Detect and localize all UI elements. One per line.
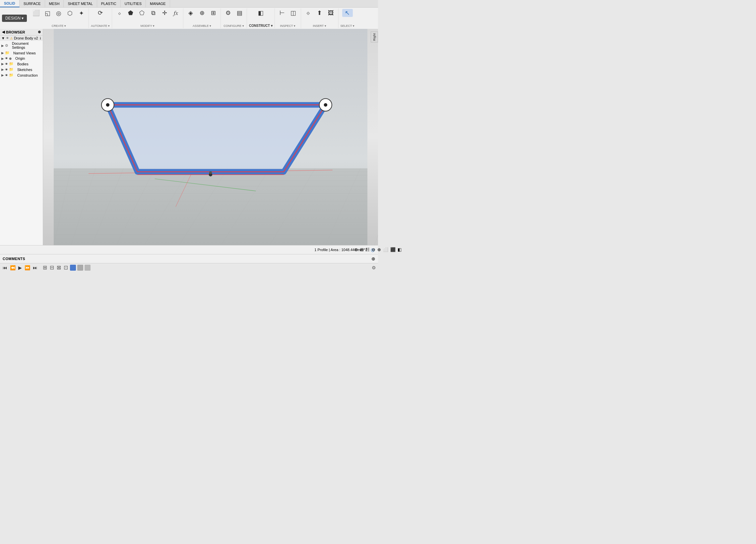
modify-formula-btn[interactable]: 𝑓𝑥 bbox=[170, 9, 181, 17]
playback-end-btn[interactable]: ⏭ bbox=[32, 264, 38, 271]
configure-label: CONFIGURE ▾ bbox=[223, 24, 244, 28]
browser-item-doc-settings[interactable]: ▶ ⚙ Document Settings bbox=[0, 41, 43, 50]
eye-icon[interactable]: 👁 bbox=[6, 36, 9, 40]
tab-manage[interactable]: MANAGE bbox=[146, 0, 170, 7]
view-fit-icon[interactable]: ⊕ bbox=[354, 247, 358, 252]
modify-shell-btn[interactable]: ⬠ bbox=[137, 9, 147, 17]
view-zoom2-icon[interactable]: ⊕ bbox=[377, 247, 378, 252]
select-btn[interactable]: ↖ bbox=[342, 9, 353, 17]
bodies-label: Bodies bbox=[17, 62, 29, 66]
playback-play-btn[interactable]: ▶ bbox=[18, 264, 23, 271]
comments-add-icon[interactable]: ⊕ bbox=[371, 256, 375, 261]
assemble-joint-btn[interactable]: ◈ bbox=[185, 9, 196, 17]
view-display-icon[interactable]: ⊞ bbox=[360, 247, 364, 252]
browser-item-named-views[interactable]: ▶ 📁 Named Views bbox=[0, 50, 43, 56]
timeline-icon-2[interactable]: ⊟ bbox=[49, 264, 55, 271]
browser-item-sketches[interactable]: ▶ 👁 📁 Sketches bbox=[0, 67, 43, 72]
insert-label: INSERT ▾ bbox=[313, 24, 326, 28]
comments-label: COMMENTS bbox=[3, 257, 25, 261]
playback-next-btn[interactable]: ⏩ bbox=[24, 264, 31, 271]
modify-fillet-btn[interactable]: ⬟ bbox=[125, 9, 136, 17]
timeline-icon-4[interactable]: ⊡ bbox=[63, 264, 69, 271]
browser-item-bodies[interactable]: ▶ 👁 📁 Bodies bbox=[0, 61, 43, 67]
browser-collapse-icon[interactable]: ◀ bbox=[2, 30, 5, 34]
eye-small-icon[interactable]: 👁 bbox=[5, 74, 8, 77]
construct-btn[interactable]: ◧ bbox=[255, 9, 266, 17]
tab-surface[interactable]: SURFACE bbox=[20, 0, 45, 7]
design-dropdown[interactable]: DESIGN ▾ bbox=[2, 15, 27, 22]
insert-decal-btn[interactable]: ⟐ bbox=[303, 9, 314, 17]
timeline-icon-1[interactable]: ⊞ bbox=[42, 264, 48, 271]
table-icon: ⊞ bbox=[211, 10, 216, 16]
shell-icon: ⬠ bbox=[139, 10, 145, 16]
tab-solid[interactable]: SOLID bbox=[0, 0, 20, 7]
playback-start-btn[interactable]: ⏮ bbox=[2, 264, 8, 271]
root-expand-icon: ▼ bbox=[1, 36, 5, 40]
create-new-component-btn[interactable]: ⬜ bbox=[31, 9, 41, 17]
configure-table-btn[interactable]: ▤ bbox=[234, 9, 245, 17]
assemble-joint-origin-btn[interactable]: ⊕ bbox=[197, 9, 207, 17]
right-view-label: Right bbox=[373, 33, 376, 41]
create-sweep-btn[interactable]: ⬡ bbox=[65, 9, 75, 17]
modify-combine-btn[interactable]: ⧉ bbox=[148, 9, 158, 17]
timeline-active-item[interactable] bbox=[70, 265, 76, 271]
modify-press-pull-btn[interactable]: ⬦ bbox=[114, 9, 125, 17]
inspect-display-btn[interactable]: ◫ bbox=[288, 9, 299, 17]
sketches-icon: 📁 bbox=[9, 67, 14, 72]
tab-mesh[interactable]: MESH bbox=[45, 0, 64, 7]
tab-utilities[interactable]: UTILITIES bbox=[121, 0, 146, 7]
eye-small-icon[interactable]: 👁 bbox=[5, 57, 8, 60]
automate-icon: ⟳ bbox=[98, 10, 103, 16]
create-more-btn[interactable]: ✦ bbox=[76, 9, 87, 17]
eye-small-icon[interactable]: 👁 bbox=[5, 68, 8, 71]
image-icon: 🖼 bbox=[328, 10, 334, 16]
expand-icon: ▶ bbox=[1, 62, 4, 66]
svg-point-36 bbox=[209, 171, 212, 174]
assemble-label: ASSEMBLE ▾ bbox=[193, 24, 211, 28]
create-extrude-btn[interactable]: ◱ bbox=[42, 9, 53, 17]
browser-root-item[interactable]: ▼ 👁 ⚠ Drone Body v2 ℹ bbox=[0, 35, 43, 41]
configure-icon: ⚙ bbox=[225, 10, 231, 16]
view-cube[interactable]: Right bbox=[371, 31, 378, 42]
ribbon-section-modify: ⬦ ⬟ ⬠ ⧉ ✛ 𝑓𝑥 MODIFY ▾ bbox=[112, 8, 183, 28]
assemble-table-btn[interactable]: ⊞ bbox=[208, 9, 219, 17]
construction-icon: 📁 bbox=[9, 73, 14, 77]
playback-prev-btn[interactable]: ⏪ bbox=[9, 264, 16, 271]
timeline-inactive-item[interactable] bbox=[77, 265, 83, 271]
browser-add-icon[interactable]: ⊕ bbox=[38, 30, 41, 34]
configure-table-icon: ▤ bbox=[237, 10, 242, 16]
browser-item-origin[interactable]: ▶ 👁 ⊕ Origin bbox=[0, 56, 43, 61]
ribbon-section-insert: ⟐ ⬆ 🖼 INSERT ▾ bbox=[301, 8, 339, 28]
timeline-icon-3[interactable]: ⊠ bbox=[56, 264, 62, 271]
new-component-icon: ⬜ bbox=[32, 10, 40, 16]
modify-move-btn[interactable]: ✛ bbox=[159, 9, 170, 17]
sketches-label: Sketches bbox=[17, 68, 32, 72]
automate-btn[interactable]: ⟳ bbox=[95, 9, 106, 17]
expand-icon: ▶ bbox=[1, 57, 4, 60]
modify-label: MODIFY ▾ bbox=[141, 24, 155, 28]
viewport[interactable]: Right bbox=[43, 29, 378, 245]
eye-small-icon[interactable]: 👁 bbox=[5, 62, 8, 66]
tab-sheet-metal[interactable]: SHEET METAL bbox=[64, 0, 97, 7]
create-revolve-btn[interactable]: ◎ bbox=[53, 9, 64, 17]
select-icon: ↖ bbox=[345, 10, 350, 16]
gear-icon: ⚙ bbox=[5, 43, 8, 48]
insert-svg-btn[interactable]: ⬆ bbox=[314, 9, 325, 17]
insert-image-btn[interactable]: 🖼 bbox=[326, 9, 336, 17]
view-orbit-icon[interactable]: ☷ bbox=[366, 247, 370, 252]
browser-header: ◀ BROWSER ⊕ bbox=[0, 29, 43, 35]
construct-icon: ◧ bbox=[258, 10, 264, 16]
svg-point-32 bbox=[106, 103, 110, 107]
configure-btn[interactable]: ⚙ bbox=[223, 9, 233, 17]
browser-item-construction[interactable]: ▶ 👁 📁 Construction bbox=[0, 72, 43, 78]
inspect-measure-btn[interactable]: ⊢ bbox=[277, 9, 287, 17]
svg-icon: ⬆ bbox=[317, 10, 322, 16]
tab-plastic[interactable]: PLASTIC bbox=[97, 0, 121, 7]
root-info-icon[interactable]: ℹ bbox=[40, 36, 41, 40]
bodies-icon: 📁 bbox=[9, 62, 14, 66]
press-pull-icon: ⬦ bbox=[118, 10, 121, 16]
view-zoom-icon[interactable]: ⊖ bbox=[372, 247, 375, 252]
status-bar: ⊕ ⊞ ☷ ⊖ ⊕ ⬜ ⬛ ◧ 1 Profile | Area : 1048.… bbox=[0, 245, 378, 254]
construct-label: CONSTRUCT ▾ bbox=[249, 23, 273, 28]
timeline-settings-icon[interactable]: ⚙ bbox=[372, 265, 376, 270]
